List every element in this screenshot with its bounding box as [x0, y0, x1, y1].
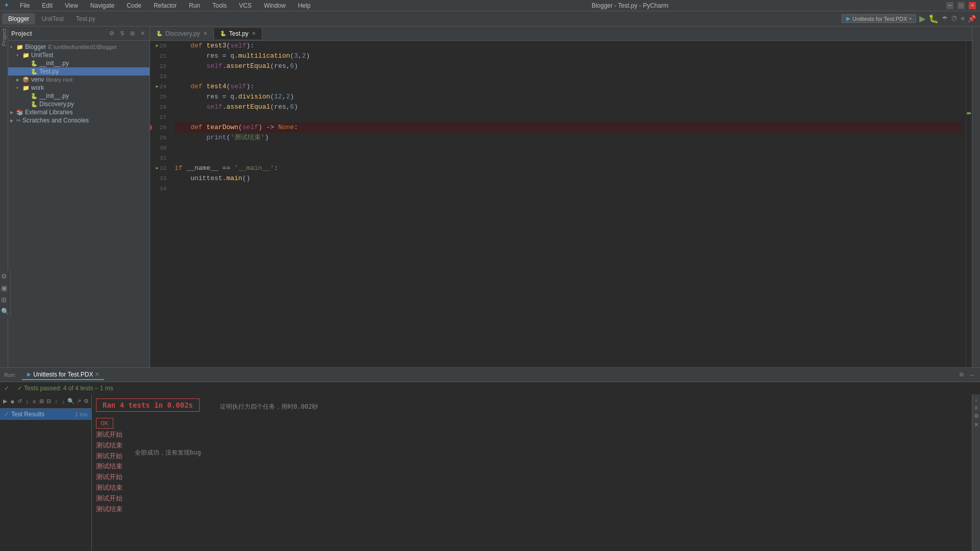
ext-libs-icon: 📚	[16, 109, 23, 116]
code-line-27	[175, 112, 962, 122]
run-tab-close[interactable]: ✕	[95, 371, 99, 377]
tree-unittest-arrow: ▾	[16, 53, 22, 58]
main-layout: Project Project ⚙ ⇅ ⊞ ✕ ▾ 📁 Blogger E:\u…	[0, 27, 980, 367]
panel-settings-icon[interactable]: ⚙	[108, 30, 116, 38]
ok-box: OK	[96, 418, 113, 429]
project-tab-blogger[interactable]: Blogger	[2, 13, 35, 24]
panel-toolbar: Project ⚙ ⇅ ⊞ ✕	[8, 27, 150, 41]
test-expand-btn[interactable]: ⊞	[38, 397, 44, 406]
right-icon-4[interactable]: ✕	[974, 421, 978, 428]
panel-expand-icon[interactable]: ⊞	[128, 30, 136, 38]
tree-discovery-label: Discovery.py	[39, 101, 74, 108]
concurrency-button[interactable]: ≡	[961, 15, 965, 22]
tree-work-init[interactable]: 🐍 __init__.py	[8, 92, 150, 100]
tree-unittest-folder[interactable]: ▾ 📁 UnitTest	[8, 51, 150, 59]
run-gutter-20[interactable]: ▶	[156, 41, 158, 51]
test-filter-btn[interactable]: ≡	[31, 397, 37, 406]
minimize-panel-icon[interactable]: ─	[968, 371, 976, 379]
right-icon-3[interactable]: ⚙	[974, 413, 979, 419]
menu-refactor[interactable]: Refactor	[151, 2, 180, 9]
breakpoint-28[interactable]	[150, 125, 152, 130]
debug-button[interactable]: 🐛	[928, 14, 939, 23]
project-label[interactable]: Project	[0, 27, 8, 48]
test-settings-btn[interactable]: ⚙	[83, 397, 89, 406]
code-content[interactable]: def test3(self): res = q.multilication(3…	[170, 41, 966, 367]
menu-bar: ✦ File Edit View Navigate Code Refactor …	[4, 2, 313, 9]
code-line-22: self.assertEqual(res,6)	[175, 61, 962, 71]
panel-sort-icon[interactable]: ⇅	[118, 30, 126, 38]
work-init-icon: 🐍	[31, 93, 38, 99]
discovery-file-icon: 🐍	[31, 101, 38, 108]
tree-init-py[interactable]: 🐍 __init__.py	[8, 59, 150, 67]
test-export-btn[interactable]: ↗	[76, 397, 82, 406]
settings-icon[interactable]: ⚙	[958, 371, 966, 379]
ln-33: 33	[150, 173, 166, 184]
output-line-8: 测试结束	[96, 504, 122, 515]
tree-unittest-label: UnitTest	[31, 52, 53, 59]
bottom-tabs: Run: ▶ Unittests for Test.PDX ✕	[4, 370, 104, 380]
test-up-btn[interactable]: ↑	[53, 397, 59, 406]
test-results-list: ✓ Test Results 1 ms	[0, 409, 91, 420]
run-gutter-24[interactable]: ▶	[156, 82, 158, 92]
menu-window[interactable]: Window	[261, 2, 289, 9]
test-search-btn[interactable]: 🔍	[67, 397, 75, 406]
run-config-selector[interactable]: ▶ Unittests for Test.PDX ▾	[842, 14, 916, 23]
app-logo: ✦	[4, 2, 9, 9]
right-icon-1[interactable]: ↓	[975, 396, 978, 403]
unittest-folder-icon: 📁	[22, 52, 30, 59]
tree-ext-label: External Libraries	[25, 109, 72, 116]
code-editor[interactable]: ▶20 21 22 23 ▶24 25 26 27 28 29 30 31	[150, 41, 972, 367]
pin-button[interactable]: 📌	[968, 15, 976, 22]
testpy-tab-close[interactable]: ✕	[252, 31, 256, 36]
menu-file[interactable]: File	[17, 2, 33, 9]
ran-line-container: Ran 4 tests in 0.002s 证明执行力四个任务，用时0.002秒	[96, 398, 968, 414]
test-rerun-btn[interactable]: ↺	[17, 397, 23, 406]
editor-tab-testpy[interactable]: 🐍 Test.py ✕	[214, 28, 262, 39]
tree-venv[interactable]: ▶ 📦 venv library root	[8, 76, 150, 84]
menu-tools[interactable]: Tools	[209, 2, 230, 9]
green-check: ✓	[4, 385, 9, 392]
editor-tab-discovery[interactable]: 🐍 Discovery.py ✕	[150, 28, 214, 39]
minimize-button[interactable]: ─	[946, 2, 953, 9]
tree-scratches[interactable]: ▶ ✏ Scratches and Consoles	[8, 116, 150, 124]
code-line-29: print('测试结束')	[175, 133, 962, 143]
gutter-marker	[967, 112, 971, 114]
menu-run[interactable]: Run	[186, 2, 203, 9]
right-icon-2[interactable]: ≡	[974, 405, 977, 411]
code-line-26: self.assertEqual(res,6)	[175, 102, 962, 112]
run-button[interactable]: ▶	[919, 14, 925, 23]
test-stop-btn[interactable]: ■	[9, 397, 15, 406]
panel-close-icon[interactable]: ✕	[138, 30, 146, 38]
profile-button[interactable]: ⏱	[951, 15, 958, 22]
run-config-icon: ▶	[846, 15, 850, 22]
test-down-btn[interactable]: ↓	[60, 397, 66, 406]
menu-view[interactable]: View	[62, 2, 81, 9]
menu-edit[interactable]: Edit	[39, 2, 56, 9]
menu-navigate[interactable]: Navigate	[87, 2, 117, 9]
project-tab-testpy[interactable]: Test.py	[70, 13, 102, 24]
close-button[interactable]: ✕	[969, 2, 976, 9]
test-sort-btn[interactable]: ↕	[24, 397, 30, 406]
tree-discovery[interactable]: 🐍 Discovery.py	[8, 100, 150, 108]
project-tab-unittest[interactable]: UnitTest	[35, 13, 69, 24]
tree-work-folder[interactable]: ▾ 📁 work	[8, 84, 150, 92]
test-run-btn[interactable]: ▶	[2, 397, 8, 406]
test-output[interactable]: Ran 4 tests in 0.002s 证明执行力四个任务，用时0.002秒…	[92, 394, 972, 551]
test-result-item[interactable]: ✓ Test Results 1 ms	[0, 409, 91, 420]
menu-vcs[interactable]: VCS	[236, 2, 255, 9]
discovery-tab-close[interactable]: ✕	[203, 31, 207, 36]
run-gutter-32[interactable]: ▶	[156, 163, 158, 173]
run-config-chevron: ▾	[909, 16, 912, 21]
run-tab[interactable]: ▶ Unittests for Test.PDX ✕	[22, 370, 104, 380]
tree-testpy[interactable]: 🐍 Test.py	[8, 67, 150, 76]
menu-help[interactable]: Help	[295, 2, 314, 9]
success-comment-text: 全部成功，没有发现bug	[135, 449, 201, 456]
tree-external-libs[interactable]: ▶ 📚 External Libraries	[8, 108, 150, 116]
test-collapse-btn[interactable]: ⊟	[46, 397, 52, 406]
tree-root[interactable]: ▾ 📁 Blogger E:\untitled\untitled1\Blogge…	[8, 43, 150, 51]
maximize-button[interactable]: □	[958, 2, 965, 9]
coverage-button[interactable]: ☂	[942, 15, 948, 22]
code-line-32: if __name__ == '__main__':	[175, 163, 962, 173]
menu-code[interactable]: Code	[124, 2, 144, 9]
tree-work-arrow: ▾	[16, 86, 22, 90]
